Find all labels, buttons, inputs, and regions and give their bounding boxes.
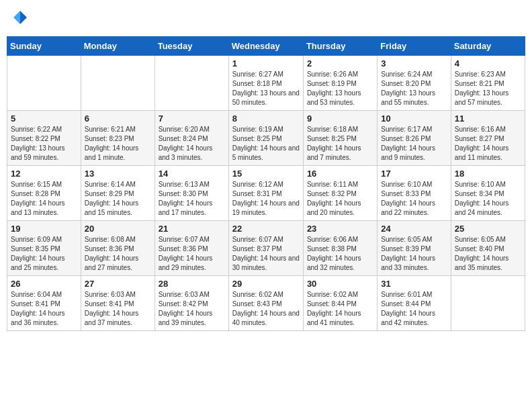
daylight-text: Daylight: 14 hours and 33 minutes. (381, 254, 447, 273)
daylight-text: Daylight: 13 hours and 57 minutes. (455, 89, 521, 107)
sunrise-text: Sunrise: 6:07 AM (232, 235, 300, 244)
day-header-monday: Monday (81, 37, 154, 56)
day-number: 19 (11, 224, 77, 234)
sunrise-text: Sunrise: 6:11 AM (307, 180, 373, 189)
daylight-text: Daylight: 14 hours and 11 minutes. (455, 144, 521, 163)
calendar-cell: 26Sunrise: 6:04 AMSunset: 8:41 PMDayligh… (7, 276, 81, 331)
calendar-week-1: 1Sunrise: 6:27 AMSunset: 8:18 PMDaylight… (7, 56, 525, 111)
day-number: 27 (85, 279, 151, 289)
calendar-cell (81, 56, 154, 111)
day-number: 17 (381, 169, 447, 179)
day-number: 21 (159, 224, 225, 234)
sunrise-text: Sunrise: 6:17 AM (381, 125, 447, 134)
cell-info: Sunrise: 6:18 AMSunset: 8:25 PMDaylight:… (307, 125, 373, 163)
sunrise-text: Sunrise: 6:24 AM (381, 70, 447, 79)
day-header-friday: Friday (378, 37, 451, 56)
daylight-text: Daylight: 14 hours and 30 minutes. (232, 254, 300, 273)
daylight-text: Daylight: 14 hours and 22 minutes. (381, 199, 447, 218)
sunset-text: Sunset: 8:44 PM (381, 300, 447, 309)
sunrise-text: Sunrise: 6:19 AM (232, 125, 300, 134)
cell-info: Sunrise: 6:08 AMSunset: 8:36 PMDaylight:… (85, 235, 151, 273)
daylight-text: Daylight: 14 hours and 1 minute. (85, 144, 151, 163)
sunrise-text: Sunrise: 6:02 AM (232, 290, 300, 300)
daylight-text: Daylight: 13 hours and 50 minutes. (232, 89, 300, 107)
sunrise-text: Sunrise: 6:23 AM (455, 70, 521, 79)
cell-info: Sunrise: 6:13 AMSunset: 8:30 PMDaylight:… (159, 180, 225, 218)
day-number: 31 (381, 279, 447, 289)
calendar-cell (7, 56, 81, 111)
day-number: 24 (381, 224, 447, 234)
daylight-text: Daylight: 14 hours and 42 minutes. (381, 309, 447, 328)
calendar-cell: 7Sunrise: 6:20 AMSunset: 8:24 PMDaylight… (154, 111, 228, 166)
sunset-text: Sunset: 8:29 PM (85, 189, 151, 199)
day-number: 1 (232, 58, 300, 68)
day-number: 2 (307, 58, 373, 68)
day-number: 9 (307, 113, 373, 124)
sunrise-text: Sunrise: 6:08 AM (85, 235, 151, 244)
sunrise-text: Sunrise: 6:26 AM (307, 70, 373, 79)
sunrise-text: Sunrise: 6:02 AM (307, 290, 373, 300)
sunset-text: Sunset: 8:26 PM (381, 134, 447, 144)
sunrise-text: Sunrise: 6:05 AM (455, 235, 521, 244)
cell-info: Sunrise: 6:03 AMSunset: 8:41 PMDaylight:… (85, 290, 151, 328)
daylight-text: Daylight: 14 hours and 9 minutes. (381, 144, 447, 163)
sunrise-text: Sunrise: 6:20 AM (159, 125, 225, 134)
calendar-cell: 6Sunrise: 6:21 AMSunset: 8:23 PMDaylight… (81, 111, 154, 166)
cell-info: Sunrise: 6:05 AMSunset: 8:39 PMDaylight:… (381, 235, 447, 273)
sunrise-text: Sunrise: 6:10 AM (455, 180, 521, 189)
cell-info: Sunrise: 6:12 AMSunset: 8:31 PMDaylight:… (232, 180, 300, 218)
sunset-text: Sunset: 8:40 PM (455, 244, 521, 254)
day-number: 10 (381, 113, 447, 124)
sunrise-text: Sunrise: 6:21 AM (85, 125, 151, 134)
sunrise-text: Sunrise: 6:12 AM (232, 180, 300, 189)
sunrise-text: Sunrise: 6:07 AM (159, 235, 225, 244)
sunrise-text: Sunrise: 6:13 AM (159, 180, 225, 189)
day-number: 12 (11, 169, 77, 179)
sunset-text: Sunset: 8:28 PM (11, 189, 77, 199)
sunset-text: Sunset: 8:37 PM (232, 244, 300, 254)
daylight-text: Daylight: 14 hours and 19 minutes. (232, 199, 300, 218)
calendar-cell: 23Sunrise: 6:06 AMSunset: 8:38 PMDayligh… (303, 221, 377, 276)
cell-info: Sunrise: 6:07 AMSunset: 8:36 PMDaylight:… (159, 235, 225, 273)
sunrise-text: Sunrise: 6:03 AM (159, 290, 225, 300)
calendar-week-5: 26Sunrise: 6:04 AMSunset: 8:41 PMDayligh… (7, 276, 525, 331)
sunset-text: Sunset: 8:20 PM (381, 79, 447, 89)
calendar-cell: 22Sunrise: 6:07 AMSunset: 8:37 PMDayligh… (228, 221, 303, 276)
calendar-cell: 3Sunrise: 6:24 AMSunset: 8:20 PMDaylight… (378, 56, 451, 111)
sunset-text: Sunset: 8:23 PM (85, 134, 151, 144)
daylight-text: Daylight: 13 hours and 55 minutes. (381, 89, 447, 107)
sunset-text: Sunset: 8:33 PM (381, 189, 447, 199)
calendar-cell: 14Sunrise: 6:13 AMSunset: 8:30 PMDayligh… (154, 166, 228, 221)
calendar-cell: 29Sunrise: 6:02 AMSunset: 8:43 PMDayligh… (228, 276, 303, 331)
sunrise-text: Sunrise: 6:03 AM (85, 290, 151, 300)
sunrise-text: Sunrise: 6:22 AM (11, 125, 77, 134)
sunset-text: Sunset: 8:38 PM (307, 244, 373, 254)
calendar-week-4: 19Sunrise: 6:09 AMSunset: 8:35 PMDayligh… (7, 221, 525, 276)
calendar-cell: 27Sunrise: 6:03 AMSunset: 8:41 PMDayligh… (81, 276, 154, 331)
svg-marker-1 (13, 11, 20, 24)
cell-info: Sunrise: 6:04 AMSunset: 8:41 PMDaylight:… (11, 290, 77, 328)
calendar-cell: 20Sunrise: 6:08 AMSunset: 8:36 PMDayligh… (81, 221, 154, 276)
calendar-cell: 25Sunrise: 6:05 AMSunset: 8:40 PMDayligh… (451, 221, 525, 276)
daylight-text: Daylight: 14 hours and 29 minutes. (159, 254, 225, 273)
cell-info: Sunrise: 6:01 AMSunset: 8:44 PMDaylight:… (381, 290, 447, 328)
sunset-text: Sunset: 8:19 PM (307, 79, 373, 89)
day-number: 23 (307, 224, 373, 234)
sunset-text: Sunset: 8:32 PM (307, 189, 373, 199)
day-number: 29 (232, 279, 300, 289)
day-number: 7 (159, 113, 225, 124)
sunset-text: Sunset: 8:30 PM (159, 189, 225, 199)
daylight-text: Daylight: 14 hours and 5 minutes. (232, 144, 300, 163)
calendar-cell: 1Sunrise: 6:27 AMSunset: 8:18 PMDaylight… (228, 56, 303, 111)
daylight-text: Daylight: 14 hours and 37 minutes. (85, 309, 151, 328)
cell-info: Sunrise: 6:27 AMSunset: 8:18 PMDaylight:… (232, 70, 300, 107)
cell-info: Sunrise: 6:09 AMSunset: 8:35 PMDaylight:… (11, 235, 77, 273)
sunrise-text: Sunrise: 6:15 AM (11, 180, 77, 189)
cell-info: Sunrise: 6:17 AMSunset: 8:26 PMDaylight:… (381, 125, 447, 163)
calendar-cell: 21Sunrise: 6:07 AMSunset: 8:36 PMDayligh… (154, 221, 228, 276)
cell-info: Sunrise: 6:21 AMSunset: 8:23 PMDaylight:… (85, 125, 151, 163)
sunset-text: Sunset: 8:41 PM (11, 300, 77, 309)
day-number: 3 (381, 58, 447, 68)
sunrise-text: Sunrise: 6:14 AM (85, 180, 151, 189)
day-number: 8 (232, 113, 300, 124)
